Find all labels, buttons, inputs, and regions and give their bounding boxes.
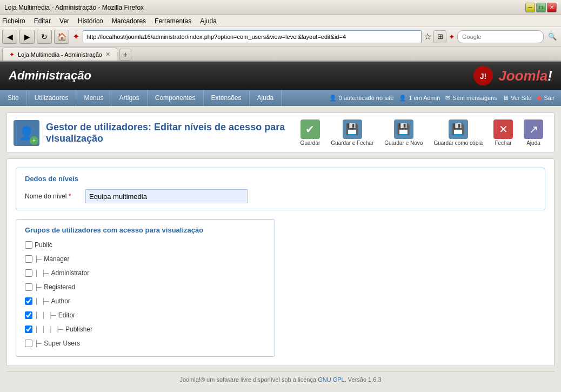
group-checkbox-administrator[interactable]: [25, 269, 32, 277]
close-window-button[interactable]: ✕: [547, 3, 557, 12]
search-submit-icon[interactable]: 🔍: [546, 30, 559, 43]
footer-text: Joomla!® um software livre disponível so…: [179, 376, 316, 383]
save-close-button[interactable]: 💾 Guardar e Fechar: [326, 117, 378, 148]
view-site-link[interactable]: 🖥 Ver Site: [503, 95, 532, 101]
active-tab[interactable]: ✦ Loja Multimedia - Administração ✕: [2, 48, 117, 61]
form-section: Dedos de níveis Nome do nível * Grupos d…: [6, 158, 555, 366]
group-checkbox-manager[interactable]: [25, 255, 32, 263]
menu-ajuda[interactable]: Ajuda: [200, 17, 217, 25]
group-item: ├─ Manager: [25, 253, 266, 265]
bookmark-icon[interactable]: ☆: [424, 31, 431, 42]
group-checkbox-superusers[interactable]: [25, 340, 32, 347]
group-item: ├─ Super Users: [25, 337, 266, 350]
reload-button[interactable]: ↻: [37, 30, 52, 44]
bookmark-area: ☆: [424, 31, 431, 42]
group-label-editor: Editor: [58, 311, 75, 319]
tree-indent-icon: ├─: [35, 256, 42, 263]
group-item: │ │ ├─ Editor: [25, 309, 266, 322]
groups-legend: Grupos de utilizadores com acesso para v…: [25, 226, 266, 234]
back-button[interactable]: ◀: [2, 30, 17, 44]
home-button[interactable]: 🏠: [54, 30, 69, 44]
new-tab-button[interactable]: +: [119, 49, 131, 61]
nav-artigos[interactable]: Artigos: [111, 90, 147, 106]
tree-indent-icon: ├─: [35, 284, 42, 291]
group-checkbox-author[interactable]: [25, 297, 32, 305]
nav-menus[interactable]: Menus: [76, 90, 111, 106]
group-label-author: Author: [51, 297, 70, 305]
status-online: 👤 0 autenticado no site: [329, 95, 394, 102]
view-site-icon: 🖥: [503, 95, 509, 101]
browser-logo-icon: ✦: [72, 31, 79, 42]
tree-indent-icon: │ ├─: [35, 270, 49, 277]
group-checkbox-public[interactable]: [25, 241, 32, 249]
status-messages-icon: ✉: [445, 95, 450, 102]
joomla-logo-text: Joomla!: [498, 68, 552, 84]
groups-list: Public├─ Manager│ ├─ Administrator├─ Reg…: [25, 238, 266, 350]
logout-icon: ⊗: [537, 95, 542, 102]
status-bar: 👤 0 autenticado no site 👤 1 em Admin ✉ S…: [323, 95, 561, 102]
nav-ajuda[interactable]: Ajuda: [250, 90, 282, 106]
level-details-fieldset: Dedos de níveis Nome do nível *: [16, 168, 545, 210]
status-admin-icon: 👤: [399, 95, 406, 102]
nav-componentes[interactable]: Componentes: [148, 90, 204, 106]
menu-ver[interactable]: Ver: [59, 17, 69, 25]
level-name-row: Nome do nível *: [25, 189, 536, 203]
save-icon: ✔: [300, 119, 320, 139]
minimize-button[interactable]: ─: [525, 3, 535, 12]
save-new-button[interactable]: 💾 Guardar e Novo: [380, 117, 427, 148]
tree-indent-icon: │ ├─: [35, 298, 49, 305]
admin-title: Administração: [9, 69, 91, 83]
url-bar[interactable]: [83, 30, 422, 43]
app-footer: Joomla!® um software livre disponível so…: [6, 371, 555, 387]
group-label-manager: Manager: [44, 255, 69, 263]
save-copy-icon: 💾: [449, 119, 468, 139]
group-label-public: Public: [35, 241, 52, 249]
group-label-superusers: Super Users: [44, 340, 80, 347]
group-item: │ ├─ Author: [25, 295, 266, 308]
maximize-button[interactable]: □: [536, 3, 546, 12]
level-name-label: Nome do nível *: [25, 192, 79, 200]
nav-site[interactable]: Site: [0, 90, 27, 106]
level-details-legend: Dedos de níveis: [25, 175, 536, 183]
menu-ferramentas[interactable]: Ferramentas: [155, 17, 191, 25]
group-label-administrator: Administrator: [51, 269, 90, 277]
nav-extensoes[interactable]: Extensões: [204, 90, 250, 106]
menu-marcadores[interactable]: Marcadores: [112, 17, 146, 25]
tab-close-icon[interactable]: ✕: [105, 51, 110, 58]
footer-license-link[interactable]: GNU GPL.: [318, 376, 346, 383]
admin-header: Administração J! Joomla!: [0, 62, 561, 90]
tree-indent-icon: ├─: [35, 340, 42, 347]
menu-editar[interactable]: Editar: [34, 17, 51, 25]
tab-favicon: ✦: [9, 51, 15, 58]
group-item: Public: [25, 238, 266, 251]
browser-controls: ─ □ ✕: [525, 3, 557, 12]
tree-indent-icon: │ │ ├─: [35, 312, 56, 319]
group-item: │ │ │ ├─ Publisher: [25, 323, 266, 336]
tab-label: Loja Multimedia - Administração: [18, 51, 102, 58]
browser-title: Loja Multimedia - Administração - Mozill…: [4, 4, 525, 11]
browser-settings-icon[interactable]: ⊞: [433, 30, 446, 43]
logout-link[interactable]: ⊗ Sair: [537, 95, 555, 102]
joomla-icon: J!: [472, 65, 494, 87]
help-icon: ↗: [524, 119, 543, 139]
group-label-publisher: Publisher: [65, 325, 92, 333]
menu-historico[interactable]: Histórico: [78, 17, 103, 25]
menu-ficheiro[interactable]: Ficheiro: [2, 17, 25, 25]
save-button[interactable]: ✔ Guardar: [296, 117, 325, 148]
svg-text:J!: J!: [480, 72, 486, 81]
group-checkbox-editor[interactable]: [25, 311, 32, 319]
save-copy-button[interactable]: 💾 Guardar como cópia: [429, 117, 487, 148]
toolbar: ✔ Guardar 💾 Guardar e Fechar 💾 Guardar e…: [296, 117, 547, 148]
help-button[interactable]: ↗ Ajuda: [519, 117, 547, 148]
forward-button[interactable]: ▶: [19, 30, 35, 44]
page-title: Gestor de utilizadores: Editar níveis de…: [46, 122, 296, 144]
group-checkbox-publisher[interactable]: [25, 325, 32, 333]
nav-utilizadores[interactable]: Utilizadores: [27, 90, 77, 106]
groups-fieldset: Grupos de utilizadores com acesso para v…: [16, 219, 275, 357]
search-input[interactable]: [457, 30, 544, 43]
browser-toolbar: ◀ ▶ ↻ 🏠 ✦ ☆ ⊞ ✦ 🔍: [0, 27, 561, 46]
app-container: Administração J! Joomla! Site Utilizador…: [0, 62, 561, 392]
group-checkbox-registered[interactable]: [25, 283, 32, 291]
close-button[interactable]: ✕ Fechar: [489, 117, 517, 148]
level-name-input[interactable]: [85, 189, 248, 203]
